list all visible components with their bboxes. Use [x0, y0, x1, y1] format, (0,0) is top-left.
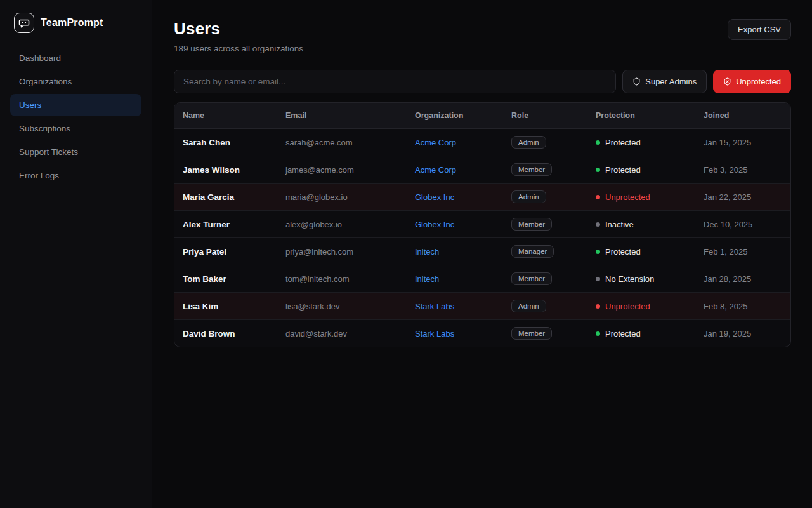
user-email-cell: tom@initech.com	[277, 267, 407, 291]
brand: TeamPrompt	[10, 11, 141, 47]
organization-link[interactable]: Initech	[415, 247, 439, 257]
organization-link[interactable]: Acme Corp	[415, 138, 456, 147]
user-name-cell: Priya Patel	[174, 240, 277, 264]
user-name-cell: Lisa Kim	[174, 295, 277, 318]
joined-cell: Feb 1, 2025	[695, 240, 790, 264]
sidebar-nav: DashboardOrganizationsUsersSubscriptions…	[10, 47, 141, 187]
super-admins-label: Super Admins	[645, 77, 697, 86]
role-badge: Admin	[511, 300, 546, 312]
table-row[interactable]: Sarah Chen sarah@acme.com Acme Corp Admi…	[174, 129, 790, 156]
status-dot-icon	[596, 250, 600, 254]
table-row[interactable]: David Brown david@stark.dev Stark Labs M…	[174, 320, 790, 347]
export-csv-button[interactable]: Export CSV	[728, 19, 791, 40]
sidebar-item-users[interactable]: Users	[10, 94, 141, 116]
role-badge: Member	[511, 272, 552, 285]
page-subtitle: 189 users across all organizations	[174, 44, 303, 53]
user-name-cell: Tom Baker	[174, 267, 277, 291]
protection-status: No Extension	[596, 274, 654, 284]
organization-link[interactable]: Globex Inc	[415, 192, 454, 202]
sidebar-item-subscriptions[interactable]: Subscriptions	[10, 117, 141, 140]
column-header-email: Email	[277, 103, 407, 128]
main-content: Users 189 users across all organizations…	[152, 0, 812, 508]
user-email-cell: maria@globex.io	[277, 185, 407, 209]
table-row[interactable]: Priya Patel priya@initech.com Initech Ma…	[174, 238, 790, 265]
protection-status: Protected	[596, 329, 641, 338]
search-input[interactable]	[174, 70, 616, 93]
user-email-cell: sarah@acme.com	[277, 131, 407, 154]
column-header-role: Role	[503, 103, 587, 128]
user-email-cell: lisa@stark.dev	[277, 295, 407, 318]
role-badge: Manager	[511, 245, 554, 258]
user-name-cell: Sarah Chen	[174, 131, 277, 154]
table-row[interactable]: Alex Turner alex@globex.io Globex Inc Me…	[174, 211, 790, 238]
column-header-protection: Protection	[587, 103, 695, 128]
table-row[interactable]: James Wilson james@acme.com Acme Corp Me…	[174, 156, 790, 184]
status-dot-icon	[596, 222, 600, 227]
shield-off-icon	[723, 77, 731, 86]
joined-cell: Feb 8, 2025	[695, 295, 790, 318]
status-dot-icon	[596, 304, 600, 309]
teamprompt-logo-icon	[14, 13, 34, 33]
protection-status: Unprotected	[596, 192, 650, 202]
status-dot-icon	[596, 140, 600, 145]
status-dot-icon	[596, 277, 600, 281]
super-admins-filter-button[interactable]: Super Admins	[622, 70, 707, 93]
user-email-cell: alex@globex.io	[277, 213, 407, 236]
role-badge: Member	[511, 163, 552, 176]
user-name-cell: David Brown	[174, 322, 277, 345]
joined-cell: Jan 28, 2025	[695, 267, 790, 291]
user-email-cell: david@stark.dev	[277, 322, 407, 345]
organization-link[interactable]: Initech	[415, 274, 439, 284]
sidebar: TeamPrompt DashboardOrganizationsUsersSu…	[0, 0, 152, 508]
status-dot-icon	[596, 195, 600, 199]
user-email-cell: james@acme.com	[277, 158, 407, 182]
role-badge: Admin	[511, 136, 546, 149]
organization-link[interactable]: Stark Labs	[415, 329, 454, 338]
role-badge: Admin	[511, 190, 546, 203]
protection-status: Unprotected	[596, 302, 650, 311]
user-email-cell: priya@initech.com	[277, 240, 407, 264]
table-header-row: NameEmailOrganizationRoleProtectionJoine…	[174, 103, 790, 129]
column-header-organization: Organization	[407, 103, 503, 128]
shield-icon	[632, 77, 641, 86]
sidebar-item-error-logs[interactable]: Error Logs	[10, 164, 141, 187]
table-row[interactable]: Lisa Kim lisa@stark.dev Stark Labs Admin…	[174, 293, 790, 320]
joined-cell: Jan 22, 2025	[695, 185, 790, 209]
column-header-joined: Joined	[695, 103, 790, 128]
sidebar-item-organizations[interactable]: Organizations	[10, 70, 141, 93]
brand-name: TeamPrompt	[41, 17, 103, 29]
table-row[interactable]: Tom Baker tom@initech.com Initech Member…	[174, 265, 790, 293]
sidebar-item-dashboard[interactable]: Dashboard	[10, 47, 141, 69]
filter-row: Super Admins Unprotected	[174, 70, 791, 93]
sidebar-item-support-tickets[interactable]: Support Tickets	[10, 141, 141, 163]
joined-cell: Jan 15, 2025	[695, 131, 790, 154]
status-dot-icon	[596, 331, 600, 336]
organization-link[interactable]: Globex Inc	[415, 220, 454, 229]
protection-status: Inactive	[596, 220, 634, 229]
page-title: Users	[174, 19, 303, 39]
user-name-cell: Alex Turner	[174, 213, 277, 236]
role-badge: Member	[511, 218, 552, 231]
joined-cell: Jan 19, 2025	[695, 322, 790, 345]
protection-status: Protected	[596, 247, 641, 257]
protection-status: Protected	[596, 165, 641, 175]
user-name-cell: James Wilson	[174, 158, 277, 182]
users-table: NameEmailOrganizationRoleProtectionJoine…	[174, 102, 791, 347]
status-dot-icon	[596, 168, 600, 172]
protection-status: Protected	[596, 138, 641, 147]
organization-link[interactable]: Acme Corp	[415, 165, 456, 175]
page-header: Users 189 users across all organizations…	[174, 19, 791, 53]
organization-link[interactable]: Stark Labs	[415, 302, 454, 311]
column-header-name: Name	[174, 103, 277, 128]
joined-cell: Dec 10, 2025	[695, 213, 790, 236]
unprotected-label: Unprotected	[736, 77, 781, 86]
table-row[interactable]: Maria Garcia maria@globex.io Globex Inc …	[174, 184, 790, 211]
unprotected-filter-button[interactable]: Unprotected	[713, 70, 791, 93]
joined-cell: Feb 3, 2025	[695, 158, 790, 182]
role-badge: Member	[511, 327, 552, 340]
user-name-cell: Maria Garcia	[174, 185, 277, 209]
